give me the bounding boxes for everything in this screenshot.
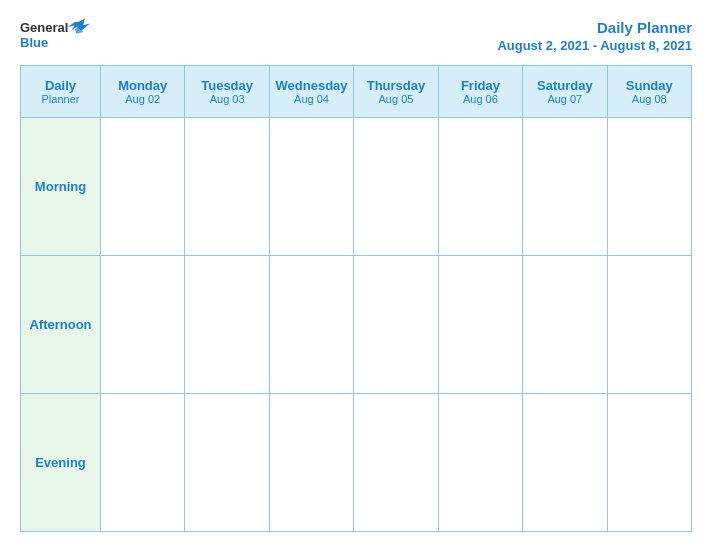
header-title: Daily Planner	[497, 18, 692, 38]
evening-sunday-cell[interactable]	[607, 393, 691, 531]
morning-wednesday-cell[interactable]	[269, 117, 353, 255]
logo-bird-icon	[68, 18, 90, 36]
afternoon-wednesday-cell[interactable]	[269, 255, 353, 393]
sunday-header: Sunday Aug 08	[607, 65, 691, 117]
thursday-date: Aug 05	[358, 93, 433, 105]
daily-planner-line1: Daily	[25, 78, 96, 93]
afternoon-friday-cell[interactable]	[438, 255, 522, 393]
evening-saturday-cell[interactable]	[523, 393, 607, 531]
tuesday-header: Tuesday Aug 03	[185, 65, 269, 117]
logo: General Blue	[20, 18, 90, 49]
header-date: August 2, 2021 - August 8, 2021	[497, 38, 692, 53]
afternoon-monday-cell[interactable]	[101, 255, 185, 393]
wednesday-name: Wednesday	[274, 78, 349, 93]
top-bar: General Blue Daily Planner August 2, 202…	[20, 18, 692, 53]
header-row: Daily Planner Monday Aug 02 Tuesday Aug …	[21, 65, 692, 117]
morning-sunday-cell[interactable]	[607, 117, 691, 255]
evening-thursday-cell[interactable]	[354, 393, 438, 531]
logo-general: General	[20, 21, 68, 34]
afternoon-label: Afternoon	[21, 255, 101, 393]
morning-monday-cell[interactable]	[101, 117, 185, 255]
evening-monday-cell[interactable]	[101, 393, 185, 531]
saturday-header: Saturday Aug 07	[523, 65, 607, 117]
saturday-name: Saturday	[527, 78, 602, 93]
saturday-date: Aug 07	[527, 93, 602, 105]
evening-wednesday-cell[interactable]	[269, 393, 353, 531]
tuesday-name: Tuesday	[189, 78, 264, 93]
logo-blue: Blue	[20, 36, 48, 49]
evening-row: Evening	[21, 393, 692, 531]
monday-date: Aug 02	[105, 93, 180, 105]
evening-label: Evening	[21, 393, 101, 531]
afternoon-tuesday-cell[interactable]	[185, 255, 269, 393]
evening-friday-cell[interactable]	[438, 393, 522, 531]
morning-friday-cell[interactable]	[438, 117, 522, 255]
monday-header: Monday Aug 02	[101, 65, 185, 117]
friday-name: Friday	[443, 78, 518, 93]
evening-tuesday-cell[interactable]	[185, 393, 269, 531]
afternoon-saturday-cell[interactable]	[523, 255, 607, 393]
thursday-name: Thursday	[358, 78, 433, 93]
afternoon-thursday-cell[interactable]	[354, 255, 438, 393]
planner-table: Daily Planner Monday Aug 02 Tuesday Aug …	[20, 65, 692, 533]
monday-name: Monday	[105, 78, 180, 93]
morning-label: Morning	[21, 117, 101, 255]
morning-tuesday-cell[interactable]	[185, 117, 269, 255]
sunday-name: Sunday	[612, 78, 687, 93]
friday-header: Friday Aug 06	[438, 65, 522, 117]
morning-thursday-cell[interactable]	[354, 117, 438, 255]
afternoon-row: Afternoon	[21, 255, 692, 393]
friday-date: Aug 06	[443, 93, 518, 105]
wednesday-date: Aug 04	[274, 93, 349, 105]
daily-planner-line2: Planner	[25, 93, 96, 105]
thursday-header: Thursday Aug 05	[354, 65, 438, 117]
afternoon-sunday-cell[interactable]	[607, 255, 691, 393]
tuesday-date: Aug 03	[189, 93, 264, 105]
sunday-date: Aug 08	[612, 93, 687, 105]
wednesday-header: Wednesday Aug 04	[269, 65, 353, 117]
first-col-header: Daily Planner	[21, 65, 101, 117]
header-right: Daily Planner August 2, 2021 - August 8,…	[497, 18, 692, 53]
morning-row: Morning	[21, 117, 692, 255]
morning-saturday-cell[interactable]	[523, 117, 607, 255]
